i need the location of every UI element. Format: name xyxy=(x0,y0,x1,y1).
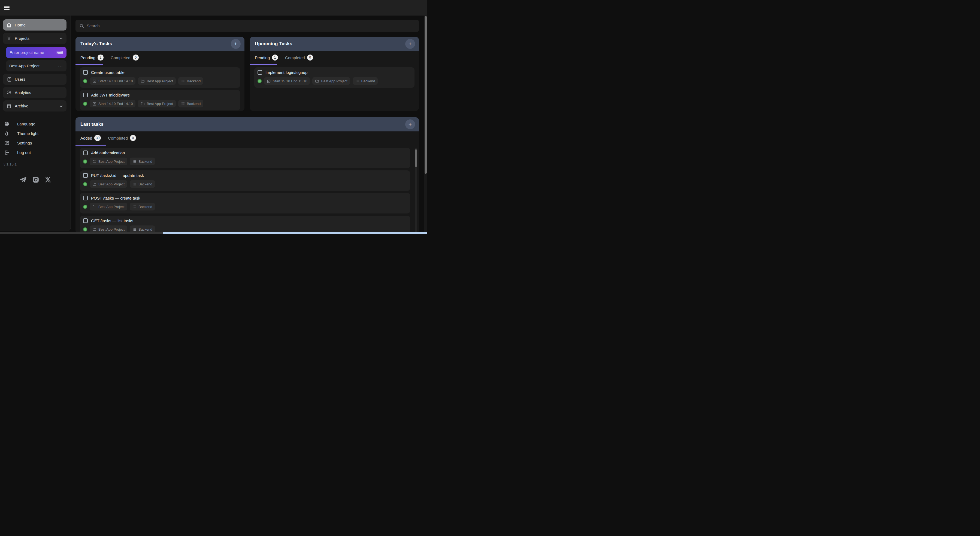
tab-count-badge: 2 xyxy=(97,54,103,61)
list-icon xyxy=(181,79,185,83)
task-checkbox[interactable] xyxy=(83,150,88,155)
sidebar-link-logout[interactable]: Log out xyxy=(0,148,71,157)
sidebar-item-home[interactable]: Home xyxy=(3,19,67,30)
card-title: Upcoming Tasks xyxy=(255,41,293,46)
project-item-label: Best App Project xyxy=(9,64,55,68)
tabs: Pending 2 Completed 0 xyxy=(75,51,245,65)
tab-pending[interactable]: Pending 1 xyxy=(255,54,278,61)
status-dot xyxy=(83,160,87,164)
sidebar: Home Projects Enter project name Best Ap… xyxy=(0,16,71,231)
list-icon xyxy=(132,205,137,209)
sidebar-item-archive[interactable]: Archive xyxy=(3,100,67,112)
sidebar-item-label: Analytics xyxy=(15,90,63,95)
search-placeholder: Search xyxy=(87,24,100,28)
search-input[interactable]: Search xyxy=(75,20,419,32)
task-title: GET /tasks — list tasks xyxy=(91,219,133,223)
project-chip: Best App Project xyxy=(90,203,127,211)
menu-icon[interactable] xyxy=(4,6,10,10)
sidebar-item-project-best-app[interactable]: Best App Project ⋯ xyxy=(6,60,67,72)
bottom-edge-left xyxy=(0,232,163,234)
bottom-edge xyxy=(0,232,427,234)
tab-added[interactable]: Added 30 xyxy=(80,135,101,141)
tab-completed[interactable]: Completed 0 xyxy=(285,54,313,61)
tab-count-badge: 0 xyxy=(130,135,136,141)
task-checkbox[interactable] xyxy=(83,70,88,75)
page-scrollbar-thumb[interactable] xyxy=(425,16,427,174)
project-chip: Best App Project xyxy=(90,180,127,188)
category-chip: Backend xyxy=(178,100,204,107)
folder-icon xyxy=(92,227,97,231)
tab-count-badge: 1 xyxy=(272,54,278,61)
task-title: PUT /tasks/:id — update task xyxy=(91,173,144,178)
app-version: v 1.15.1 xyxy=(3,162,71,166)
id-card-icon xyxy=(4,140,10,145)
task-row[interactable]: Implement login/signup Start 15.10 End 1… xyxy=(254,67,415,88)
task-checkbox[interactable] xyxy=(258,70,262,75)
card-title: Last tasks xyxy=(80,121,103,127)
project-chip: Best App Project xyxy=(138,77,175,85)
tab-completed[interactable]: Completed 0 xyxy=(111,54,139,61)
instagram-icon[interactable] xyxy=(32,176,39,183)
task-title: Implement login/signup xyxy=(266,70,307,75)
project-name-input[interactable]: Enter project name xyxy=(6,47,67,58)
active-tab-indicator xyxy=(75,64,103,65)
task-row[interactable]: GET /tasks — list tasks Best App Project… xyxy=(80,215,410,234)
project-chip: Best App Project xyxy=(90,158,127,165)
task-row[interactable]: Add authentication Best App Project Back… xyxy=(80,148,410,168)
date-chip: Start 15.10 End 15.10 xyxy=(264,77,310,85)
chevron-up-icon xyxy=(59,36,63,41)
card-header: Last tasks + xyxy=(75,117,419,131)
sidebar-link-label: Settings xyxy=(17,141,32,145)
tab-completed[interactable]: Completed 0 xyxy=(108,135,136,141)
folder-icon xyxy=(315,79,319,83)
users-icon xyxy=(6,77,12,82)
sidebar-item-analytics[interactable]: Analytics xyxy=(3,87,67,98)
status-dot xyxy=(258,79,262,83)
task-checkbox[interactable] xyxy=(83,219,88,223)
tab-pending[interactable]: Pending 2 xyxy=(80,54,103,61)
sidebar-link-theme[interactable]: Theme light xyxy=(0,129,71,138)
task-row[interactable]: Create users table Start 14.10 End 14.10… xyxy=(80,67,240,88)
telegram-icon[interactable] xyxy=(19,176,27,183)
logout-icon xyxy=(4,150,10,155)
add-task-button[interactable]: + xyxy=(405,39,415,49)
task-checkbox[interactable] xyxy=(83,93,88,97)
sidebar-link-settings[interactable]: Settings xyxy=(0,138,71,148)
list-scrollbar-thumb[interactable] xyxy=(415,149,417,167)
card-header: Today's Tasks + xyxy=(75,37,245,51)
sidebar-item-users[interactable]: Users xyxy=(3,73,67,85)
status-dot xyxy=(83,102,87,106)
folder-icon xyxy=(141,79,145,83)
category-chip: Backend xyxy=(353,77,378,85)
list-icon xyxy=(355,79,360,83)
search-icon xyxy=(79,24,84,28)
add-task-button[interactable]: + xyxy=(405,120,415,129)
add-task-button[interactable]: + xyxy=(231,39,241,49)
task-checkbox[interactable] xyxy=(83,173,88,178)
tab-count-badge: 0 xyxy=(307,54,313,61)
category-chip: Backend xyxy=(130,158,155,165)
task-title: Add authentication xyxy=(91,150,125,155)
project-chip: Best App Project xyxy=(138,100,175,107)
keyboard-icon xyxy=(56,50,63,55)
project-chip: Best App Project xyxy=(312,77,350,85)
category-chip: Backend xyxy=(130,225,155,233)
sidebar-link-label: Language xyxy=(17,121,35,126)
sidebar-link-language[interactable]: Language xyxy=(0,119,71,129)
sidebar-item-projects[interactable]: Projects xyxy=(3,33,67,44)
tab-count-badge: 30 xyxy=(94,135,101,141)
todays-tasks-card: Today's Tasks + Pending 2 Completed 0 xyxy=(75,37,245,111)
date-chip: Start 14.10 End 14.10 xyxy=(90,100,135,107)
upcoming-tasks-card: Upcoming Tasks + Pending 1 Completed 0 xyxy=(250,37,419,111)
list-scrollbar[interactable] xyxy=(415,148,417,234)
task-row[interactable]: PUT /tasks/:id — update task Best App Pr… xyxy=(80,171,410,191)
task-title: Add JWT middleware xyxy=(91,93,130,97)
task-row[interactable]: Add JWT middleware Start 14.10 End 14.10… xyxy=(80,90,240,110)
x-icon[interactable] xyxy=(45,176,51,183)
tab-count-badge: 0 xyxy=(133,54,139,61)
page-scrollbar[interactable] xyxy=(424,16,427,234)
task-checkbox[interactable] xyxy=(83,196,88,200)
folder-icon xyxy=(92,205,97,209)
task-row[interactable]: POST /tasks — create task Best App Proje… xyxy=(80,193,410,214)
category-chip: Backend xyxy=(178,77,204,85)
